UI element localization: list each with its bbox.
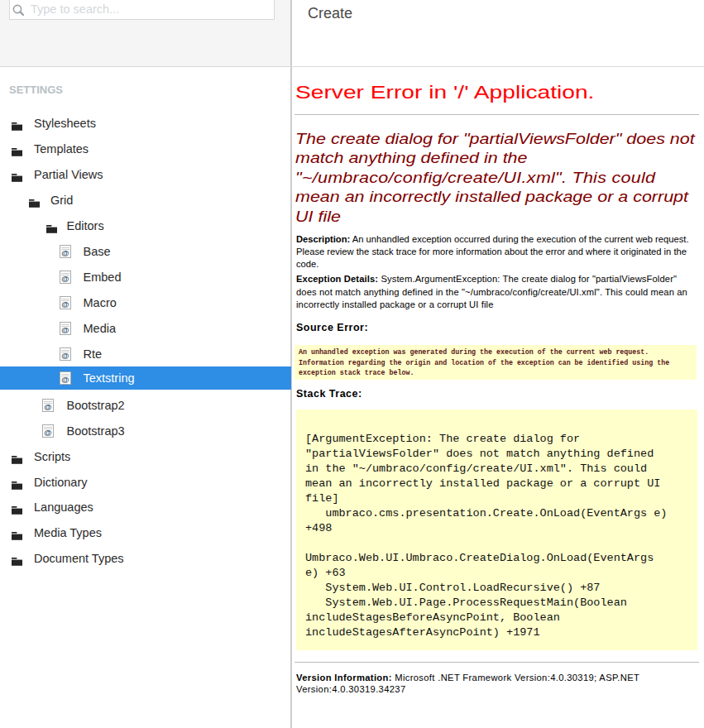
svg-text:@: @ (44, 428, 51, 437)
svg-text:@: @ (61, 351, 69, 360)
svg-text:@: @ (44, 402, 51, 411)
svg-text:@: @ (61, 375, 69, 384)
svg-text:@: @ (61, 325, 69, 334)
svg-text:@: @ (61, 248, 69, 257)
svg-text:@: @ (61, 299, 69, 309)
svg-text:@: @ (61, 274, 69, 283)
